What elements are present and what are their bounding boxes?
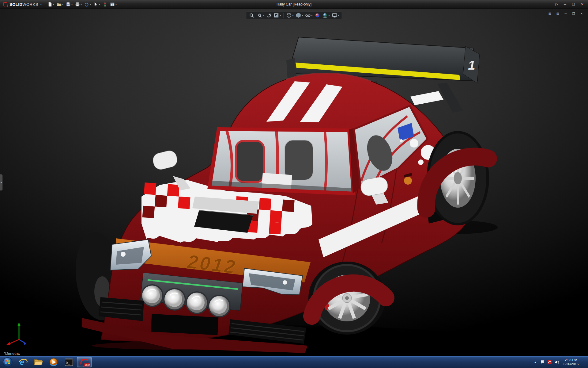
undo-icon [84,2,89,7]
caret-icon: ▾ [302,14,303,17]
previous-view-icon [266,13,271,18]
view-settings-icon [332,13,337,18]
previous-view-button[interactable] [265,12,272,18]
taskbar-media-player[interactable] [46,357,61,367]
print-icon [75,2,80,7]
rear-right-wheel [426,131,489,225]
caret-icon: ▾ [62,3,63,6]
clock-date: 6/26/2015 [564,362,579,366]
caret-icon: ▾ [90,3,91,6]
save-button[interactable]: ▾ [65,1,74,7]
open-button[interactable]: ▾ [56,1,64,7]
apply-scene-button[interactable]: ▾ [322,12,330,18]
display-style-icon [296,13,301,18]
internet-explorer-icon: e [18,358,28,367]
minimize-button[interactable]: ─ [561,1,569,7]
system-tray: ▲ 2:33 PM 6/26/2015 [533,356,588,368]
caret-icon: ▾ [557,3,558,6]
graphics-area[interactable]: ▾ ▾ ▾ [0,9,588,356]
expand-panes-button[interactable]: ⊞ [546,11,553,16]
windows-taskbar: e [0,356,588,368]
media-player-icon [49,358,58,367]
folder-icon [34,358,43,367]
zoom-to-area-button[interactable]: ▾ [256,12,264,18]
hidden-icons-button[interactable]: ▲ [533,359,538,365]
command-prompt-icon [64,358,74,367]
edit-appearance-button[interactable] [314,12,321,18]
new-document-icon [47,2,52,7]
apply-scene-icon [322,13,328,18]
zoom-to-area-icon [256,13,262,18]
view-orientation-button[interactable]: ▾ [285,12,294,18]
new-document-button[interactable]: ▾ [47,1,55,7]
menu-caret-icon: ▾ [40,3,42,6]
zoom-to-fit-icon [249,13,254,18]
windows-start-icon [2,357,13,367]
caret-icon: ▾ [81,3,82,6]
caret-icon: ▾ [262,14,264,17]
help-button[interactable]: ?▾ [552,1,560,7]
caret-icon: ▾ [280,14,281,17]
restore-document-button[interactable]: ❐ [570,11,577,16]
file-properties-icon [110,2,115,7]
titlebar: SOLIDWORKS ▾ ▾ ▾ ▾ [0,0,588,9]
solidworks-version-badge: 2015 [84,363,90,366]
start-button[interactable] [0,356,15,368]
hide-show-items-button[interactable]: ▾ [305,12,313,18]
close-document-button[interactable]: ✕ [578,11,585,16]
clock-time: 2:33 PM [564,358,579,362]
restore-button[interactable]: ❐ [570,1,578,7]
caret-icon: ▾ [338,14,339,17]
rally-car-model[interactable]: 1 [0,9,588,356]
caret-icon: ▾ [71,3,73,6]
display-style-button[interactable]: ▾ [295,12,303,18]
wing-number: 1 [468,58,475,72]
solidworks-menu[interactable]: SOLIDWORKS ▾ [0,2,45,7]
close-button[interactable]: ✕ [578,1,586,7]
open-icon [57,2,62,7]
taskbar-internet-explorer[interactable]: e [16,357,30,367]
section-view-icon [273,13,279,18]
undo-button[interactable]: ▾ [83,1,92,7]
view-orientation-label: *Dimetric [4,351,20,356]
caret-icon: ▾ [292,14,293,17]
taskbar-windows-explorer[interactable] [31,357,46,367]
caret-icon: ▾ [311,14,313,17]
section-view-button[interactable]: ▾ [273,12,281,18]
titlebar-controls: ?▾ ─ ❐ ✕ [552,1,588,7]
minimize-document-button[interactable]: ─ [562,11,569,16]
taskbar-solidworks[interactable]: 2015 [77,357,92,367]
orientation-triad[interactable] [5,320,32,348]
caret-icon: ▾ [99,3,100,6]
select-button[interactable]: ▾ [92,1,101,7]
toolbar-separator [283,13,284,18]
panel-splitter-handle[interactable]: ◂ [0,174,2,190]
caret-icon: ▾ [329,14,330,17]
collapse-panes-button[interactable]: ⊟ [554,11,561,16]
hide-show-glasses-icon [305,13,311,18]
view-settings-button[interactable]: ▾ [331,12,340,18]
quick-access-toolbar: ▾ ▾ ▾ ▾ [47,1,118,7]
front-right-wheel [308,262,386,335]
rebuild-button[interactable] [102,1,108,7]
taskbar-command-prompt[interactable] [62,357,76,367]
caret-icon: ▾ [53,3,54,6]
action-center-icon[interactable] [540,360,545,365]
solidworks-logo-icon [2,2,8,7]
zoom-to-fit-button[interactable] [248,12,255,18]
file-properties-button[interactable]: ▾ [109,1,118,7]
document-window-controls: ⊞ ⊟ ─ ❐ ✕ [546,11,585,16]
print-button[interactable]: ▾ [74,1,83,7]
solidworks-window: SOLIDWORKS ▾ ▾ ▾ ▾ [0,0,588,368]
caret-icon: ▾ [115,3,117,6]
edit-appearance-ball-icon [315,13,320,18]
solidworks-tray-icon[interactable] [547,360,552,365]
taskbar-clock[interactable]: 2:33 PM 6/26/2015 [562,358,580,366]
view-orientation-cube-icon [286,13,292,18]
app-name: SOLIDWORKS [9,2,38,7]
volume-icon[interactable] [554,360,559,365]
rebuild-traffic-light-icon [103,2,107,7]
headsup-view-toolbar: ▾ ▾ ▾ [246,11,342,19]
windshield [209,128,353,194]
save-icon [66,2,71,7]
